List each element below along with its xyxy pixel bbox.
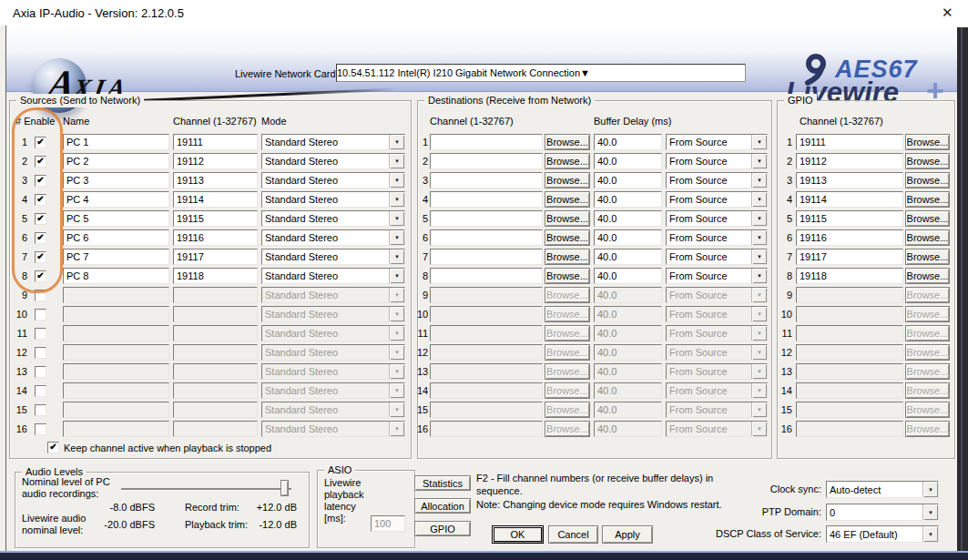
source-channel-input[interactable] [173, 249, 258, 265]
source-mode-select[interactable]: Standard Stereo▼ [261, 153, 405, 169]
source-channel-input[interactable] [173, 210, 258, 227]
source-channel-input[interactable] [173, 363, 258, 380]
gpio-browse-button[interactable]: Browse... [905, 363, 950, 380]
destination-browse-button[interactable]: Browse... [545, 287, 590, 303]
gpio-channel-input[interactable] [796, 268, 903, 284]
source-channel-input[interactable] [173, 229, 258, 246]
source-mode-select[interactable]: Standard Stereo▼ [261, 229, 405, 246]
buffer-mode-select[interactable]: From Source▼ [666, 153, 768, 169]
buffer-mode-select[interactable]: From Source▼ [666, 363, 768, 380]
gpio-browse-button[interactable]: Browse... [905, 210, 950, 227]
dscp-select[interactable]: 46 EF (Default) ▼ [826, 525, 939, 543]
source-channel-input[interactable] [173, 134, 258, 150]
chevron-down-icon[interactable]: ▼ [389, 230, 404, 245]
destination-channel-input[interactable] [430, 268, 543, 284]
ptp-domain-select[interactable]: 0 ▼ [826, 504, 939, 521]
gpio-browse-button[interactable]: Browse... [905, 191, 950, 208]
chevron-down-icon[interactable]: ▼ [389, 192, 404, 207]
buffer-delay-input[interactable] [594, 363, 662, 380]
source-enable-checkbox[interactable] [35, 347, 46, 359]
source-channel-input[interactable] [173, 402, 258, 418]
destination-channel-input[interactable] [430, 325, 543, 341]
source-channel-input[interactable] [173, 306, 258, 322]
destination-browse-button[interactable]: Browse... [545, 210, 590, 227]
chevron-down-icon[interactable]: ▼ [580, 67, 590, 78]
buffer-delay-input[interactable] [594, 249, 662, 265]
destination-channel-input[interactable] [430, 363, 543, 380]
source-enable-checkbox[interactable]: ✔ [35, 194, 46, 206]
source-mode-select[interactable]: Standard Stereo▼ [261, 325, 405, 341]
cancel-button[interactable]: Cancel [548, 525, 598, 544]
gpio-channel-input[interactable] [796, 306, 903, 322]
source-channel-input[interactable] [173, 421, 258, 437]
destination-channel-input[interactable] [430, 172, 543, 188]
chevron-down-icon[interactable]: ▼ [751, 211, 767, 226]
source-enable-checkbox[interactable] [35, 328, 46, 340]
destination-browse-button[interactable]: Browse... [545, 382, 590, 399]
chevron-down-icon[interactable]: ▼ [922, 526, 938, 542]
gpio-channel-input[interactable] [796, 191, 903, 208]
source-enable-checkbox[interactable]: ✔ [35, 175, 46, 187]
gpio-browse-button[interactable]: Browse... [905, 172, 950, 188]
chevron-down-icon[interactable]: ▼ [389, 135, 404, 149]
destination-browse-button[interactable]: Browse... [545, 191, 590, 208]
chevron-down-icon[interactable]: ▼ [751, 192, 767, 207]
gpio-button[interactable]: GPIO [414, 521, 471, 536]
source-mode-select[interactable]: Standard Stereo▼ [261, 268, 405, 284]
gpio-browse-button[interactable]: Browse... [905, 229, 950, 246]
chevron-down-icon[interactable]: ▼ [751, 422, 767, 436]
source-name-input[interactable] [63, 306, 169, 322]
source-name-input[interactable] [63, 153, 169, 169]
source-name-input[interactable] [63, 363, 169, 380]
chevron-down-icon[interactable]: ▼ [922, 504, 938, 520]
gpio-channel-input[interactable] [796, 172, 903, 188]
rec-level-slider-handle[interactable] [280, 480, 289, 496]
gpio-browse-button[interactable]: Browse... [905, 287, 950, 303]
gpio-browse-button[interactable]: Browse... [905, 134, 950, 150]
buffer-mode-select[interactable]: From Source▼ [666, 344, 768, 361]
source-name-input[interactable] [63, 229, 169, 246]
source-mode-select[interactable]: Standard Stereo▼ [261, 402, 405, 418]
destination-browse-button[interactable]: Browse... [545, 249, 590, 265]
source-name-input[interactable] [63, 325, 169, 341]
network-card-select[interactable]: 10.54.51.112 Intel(R) I210 Gigabit Netwo… [336, 64, 746, 82]
destination-channel-input[interactable] [430, 344, 543, 361]
statistics-button[interactable]: Statistics [414, 475, 471, 491]
source-enable-checkbox[interactable]: ✔ [35, 156, 46, 168]
source-name-input[interactable] [63, 249, 169, 265]
source-mode-select[interactable]: Standard Stereo▼ [261, 249, 405, 265]
buffer-delay-input[interactable] [594, 210, 662, 227]
source-mode-select[interactable]: Standard Stereo▼ [261, 363, 405, 380]
buffer-delay-input[interactable] [594, 382, 662, 399]
buffer-mode-select[interactable]: From Source▼ [666, 287, 768, 303]
gpio-channel-input[interactable] [796, 344, 903, 361]
buffer-mode-select[interactable]: From Source▼ [666, 382, 768, 399]
source-mode-select[interactable]: Standard Stereo▼ [261, 306, 405, 322]
chevron-down-icon[interactable]: ▼ [751, 173, 767, 188]
source-mode-select[interactable]: Standard Stereo▼ [261, 287, 405, 303]
destination-channel-input[interactable] [430, 287, 543, 303]
close-icon[interactable]: ✕ [942, 5, 953, 21]
gpio-channel-input[interactable] [796, 134, 903, 150]
chevron-down-icon[interactable]: ▼ [389, 326, 404, 341]
chevron-down-icon[interactable]: ▼ [389, 422, 404, 436]
buffer-mode-select[interactable]: From Source▼ [666, 191, 768, 208]
buffer-delay-input[interactable] [594, 191, 662, 208]
source-enable-checkbox[interactable]: ✔ [35, 232, 46, 244]
source-name-input[interactable] [63, 344, 169, 361]
gpio-channel-input[interactable] [796, 402, 903, 418]
source-mode-select[interactable]: Standard Stereo▼ [261, 382, 405, 399]
allocation-button[interactable]: Allocation [414, 498, 471, 514]
chevron-down-icon[interactable]: ▼ [751, 249, 767, 264]
asio-latency-input[interactable] [371, 515, 405, 532]
buffer-mode-select[interactable]: From Source▼ [666, 402, 768, 418]
destination-channel-input[interactable] [430, 421, 543, 437]
chevron-down-icon[interactable]: ▼ [922, 482, 938, 497]
destination-channel-input[interactable] [430, 402, 543, 418]
chevron-down-icon[interactable]: ▼ [751, 402, 767, 417]
gpio-channel-input[interactable] [796, 287, 903, 303]
gpio-channel-input[interactable] [796, 153, 903, 169]
source-name-input[interactable] [63, 268, 169, 284]
chevron-down-icon[interactable]: ▼ [389, 345, 404, 360]
chevron-down-icon[interactable]: ▼ [751, 345, 767, 360]
